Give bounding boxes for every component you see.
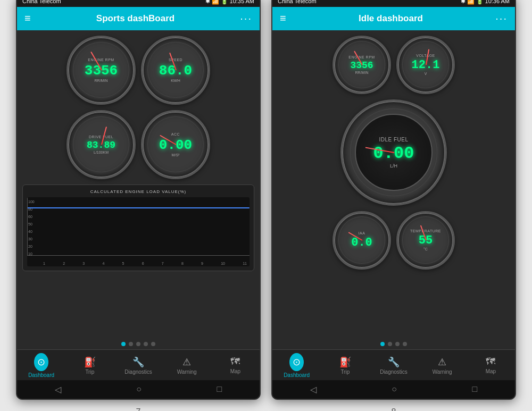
chart-x-labels: 1 2 3 4 5 6 7 8 9 10 11 — [43, 262, 247, 265]
gauge-label-idle-fuel: IDLE FUEL — [379, 137, 408, 142]
bluetooth-icon-i: ✱ — [461, 0, 466, 5]
warning-icon-idle: ⚠ — [438, 356, 446, 368]
menu-button-sports[interactable]: ≡ — [24, 12, 31, 24]
system-nav-idle: ◁ ○ □ — [272, 380, 515, 399]
nav-icon-wrapper-dashboard-idle: ⊙ — [289, 353, 304, 371]
gauge-iaa-idle: IAA 0.0 — [332, 211, 391, 270]
dashboard-content-idle: ENGINE RPM 3356 RR/MIN VOLTAGE 12.1 V — [272, 30, 515, 339]
dashboard-icon-idle: ⊙ — [293, 357, 301, 367]
nav-label-trip-idle: Trip — [340, 369, 350, 375]
phone-idle: China Telecom ✱ 📶 🔋 10:36 AM ≡ Idle dash… — [271, 0, 516, 400]
time-sports: 10:35 AM — [230, 0, 254, 4]
status-icons-sports: ✱ 📶 🔋 10:35 AM — [205, 0, 254, 5]
warning-icon-sports: ⚠ — [182, 356, 191, 368]
carrier-sports: China Telecom — [22, 0, 61, 4]
nav-dashboard-sports[interactable]: ⊙ Dashboard — [17, 353, 65, 378]
chart-area-sports: 100 80 60 50 40 30 20 10 — [27, 197, 250, 266]
page-dot-1-idle[interactable] — [380, 342, 385, 346]
gauge-engine-rpm-idle: ENGINE RPM 3356 RR/MIN — [332, 36, 391, 94]
page-numbers-row: 7 8 — [16, 404, 516, 412]
wifi-icon-i: 📶 — [467, 0, 475, 5]
back-button-idle[interactable]: ◁ — [310, 384, 317, 395]
x-label-6: 6 — [142, 262, 144, 265]
x-label-5: 5 — [122, 262, 124, 265]
nav-warning-idle[interactable]: ⚠ Warning — [418, 356, 467, 375]
nav-warning-sports[interactable]: ⚠ Warning — [163, 356, 211, 375]
x-label-1: 1 — [43, 262, 45, 265]
time-idle: 10:36 AM — [485, 0, 510, 4]
more-button-sports[interactable]: ··· — [240, 12, 252, 24]
nav-label-trip-sports: Trip — [85, 369, 94, 375]
y-label-30: 30 — [28, 237, 35, 241]
dashboard-icon-sports: ⊙ — [37, 357, 45, 367]
menu-button-idle[interactable]: ≡ — [280, 12, 286, 24]
gauge-engine-rpm-sports: ENGINE RPM 3356 RR/MIN — [66, 36, 136, 105]
page-dot-4-idle[interactable] — [403, 342, 407, 346]
nav-label-diagnostics-sports: Diagnostics — [124, 369, 152, 375]
bottom-nav-idle: ⊙ Dashboard ⛽ Trip 🔧 Diagnostics ⚠ Warni… — [272, 349, 515, 380]
back-button-sports[interactable]: ◁ — [55, 384, 61, 395]
y-label-40: 40 — [28, 230, 35, 233]
recents-button-idle[interactable]: □ — [472, 384, 478, 395]
x-label-4: 4 — [102, 262, 104, 265]
page-dot-1-sports[interactable] — [121, 342, 126, 346]
wifi-icon-s: 📶 — [212, 0, 219, 5]
chart-title-sports: CALCULATED ENGINE LOAD VALUE(%) — [27, 189, 250, 194]
more-button-idle[interactable]: ··· — [495, 12, 508, 24]
y-label-20: 20 — [28, 245, 35, 248]
app-title-sports: Sports dashBoard — [96, 13, 174, 24]
status-bar-sports: China Telecom ✱ 📶 🔋 10:35 AM — [17, 0, 260, 7]
gauge-acc-sports: ACC 0.00 M/S² — [141, 110, 210, 179]
page-dot-3-sports[interactable] — [136, 342, 140, 346]
gauge-temp-idle: TEMPERATURE 55 °C — [396, 211, 455, 270]
page-dot-2-idle[interactable] — [388, 342, 392, 346]
y-label-60: 60 — [28, 215, 35, 219]
x-label-8: 8 — [181, 262, 184, 265]
x-label-9: 9 — [201, 262, 203, 265]
nav-label-dashboard-idle: Dashboard — [284, 372, 310, 378]
bottom-nav-sports: ⊙ Dashboard ⛽ Trip 🔧 Diagnostics ⚠ Warni… — [17, 349, 260, 380]
gauge-voltage-idle: VOLTAGE 12.1 V — [396, 36, 455, 94]
nav-map-sports[interactable]: 🗺 Map — [211, 356, 260, 374]
x-label-10: 10 — [221, 262, 225, 265]
nav-label-map-sports: Map — [230, 368, 240, 374]
nav-label-dashboard-sports: Dashboard — [28, 372, 54, 378]
page-dot-4-sports[interactable] — [144, 342, 148, 346]
x-label-2: 2 — [63, 262, 65, 265]
status-icons-idle: ✱ 📶 🔋 10:36 AM — [461, 0, 510, 5]
page-dots-sports — [17, 339, 260, 349]
recents-button-sports[interactable]: □ — [217, 384, 222, 395]
page-dot-2-sports[interactable] — [129, 342, 133, 346]
page-number-idle: 8 — [271, 407, 516, 412]
gauge-row-2-sports: DRIVE FUEL 83.89 L/100KM ACC 0.00 M/S² — [22, 110, 254, 179]
home-button-sports[interactable]: ○ — [136, 384, 142, 395]
map-icon-idle: 🗺 — [486, 356, 495, 367]
nav-label-diagnostics-idle: Diagnostics — [380, 369, 408, 375]
nav-label-map-idle: Map — [486, 368, 496, 374]
chart-y-axis — [27, 197, 28, 256]
page-number-sports: 7 — [16, 407, 261, 412]
nav-label-warning-sports: Warning — [177, 369, 197, 375]
y-label-50: 50 — [28, 222, 35, 226]
nav-dashboard-idle[interactable]: ⊙ Dashboard — [272, 353, 321, 378]
chart-x-axis — [27, 255, 250, 256]
battery-icon-s: 🔋 — [221, 0, 228, 5]
chart-data-line — [27, 207, 250, 208]
carrier-idle: China Telecom — [278, 0, 317, 4]
center-gauge-row-idle: IDLE FUEL 0.00 L/H — [278, 99, 510, 206]
home-button-idle[interactable]: ○ — [392, 384, 397, 395]
system-nav-sports: ◁ ○ □ — [17, 380, 260, 399]
dashboard-content-sports: ENGINE RPM 3356 RR/MIN SPEED 86.0 KM/H — [17, 30, 260, 339]
page-dot-5-sports[interactable] — [151, 342, 155, 346]
gauge-drive-fuel-sports: DRIVE FUEL 83.89 L/100KM — [66, 110, 136, 179]
page-dot-3-idle[interactable] — [395, 342, 400, 346]
nav-icon-wrapper-dashboard: ⊙ — [34, 353, 48, 371]
gauge-idle-fuel: IDLE FUEL 0.00 L/H — [340, 99, 447, 206]
nav-trip-sports[interactable]: ⛽ Trip — [65, 356, 114, 375]
nav-diagnostics-sports[interactable]: 🔧 Diagnostics — [114, 356, 162, 375]
x-label-3: 3 — [82, 262, 85, 265]
nav-map-idle[interactable]: 🗺 Map — [467, 356, 515, 374]
nav-diagnostics-idle[interactable]: 🔧 Diagnostics — [369, 356, 418, 375]
nav-trip-idle[interactable]: ⛽ Trip — [321, 356, 369, 375]
app-header-sports: ≡ Sports dashBoard ··· — [17, 7, 260, 30]
